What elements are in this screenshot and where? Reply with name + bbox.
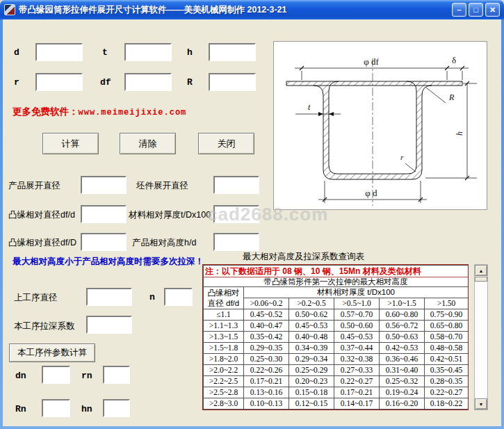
prev-process-diameter-input[interactable]	[86, 288, 132, 306]
current-draw-coefficient-input[interactable]	[86, 316, 132, 334]
table-row: >2.8~3.00.10~0.130.12~0.150.14~0.170.16~…	[204, 398, 469, 410]
dn-input[interactable]	[42, 366, 70, 384]
r-input[interactable]	[35, 73, 83, 91]
drawing-panel: φ df δ R t h r φ d	[273, 41, 487, 210]
flange-rel-dia-dfd-label: 凸缘相对直径df/d	[8, 209, 75, 221]
product-rel-height-input[interactable]	[213, 233, 259, 251]
minimize-button[interactable]: –	[452, 3, 466, 17]
window-title: 带凸缘园筒形拉伸件展开尺寸计算软件——美美机械网制作 2012-3-21	[19, 4, 450, 16]
maximize-icon: □	[473, 6, 478, 14]
rn-input[interactable]	[103, 366, 130, 384]
column-header: >1.0~1.5	[380, 298, 425, 309]
close-button[interactable]: ✕	[485, 3, 500, 17]
calculate-button[interactable]: 计算	[42, 133, 99, 154]
dim-label-R: R	[448, 92, 455, 102]
part-drawing: φ df δ R t h r φ d	[274, 42, 487, 209]
blank-unfold-diameter-label: 坯件展开直径	[136, 180, 188, 192]
table-row: ≤1.10.45~0.520.50~0.620.57~0.700.60~0.80…	[204, 309, 469, 321]
scroll-up-icon: ▲	[479, 268, 484, 273]
table-row: >1.1~1.30.40~0.470.45~0.530.50~0.600.56~…	[204, 321, 469, 332]
clear-button[interactable]: 清除	[120, 133, 176, 154]
hn-label: hn	[81, 404, 92, 414]
product-rel-height-label: 产品相对高度h/d	[132, 237, 196, 249]
promo-prefix: 更多免费软件：	[13, 106, 79, 117]
flange-rel-dia-dfD-input[interactable]	[81, 233, 127, 251]
multi-draw-warning: 最大相对高度小于产品相对高度时需要多次拉深！	[13, 256, 204, 268]
material-rel-thickness-label: 材料相对厚度t/Dx100	[129, 209, 211, 221]
scroll-down-button[interactable]: ▼	[475, 398, 487, 410]
flange-rel-dia-dfD-label: 凸缘相对直径df/D	[8, 237, 76, 249]
maximize-button[interactable]: □	[469, 3, 483, 17]
Rn-input[interactable]	[42, 399, 70, 417]
t-input[interactable]	[124, 43, 172, 61]
table-note-row: 注：以下数据适用于 08 钢、10 钢、15Mn 材料及类似材料	[204, 266, 469, 277]
h-input[interactable]	[209, 43, 256, 61]
flange-rel-dia-dfd-input[interactable]	[81, 205, 127, 223]
table-subtitle: 带凸缘筒形件第一次拉伸的最大相对高度	[204, 277, 469, 287]
scroll-up-button[interactable]: ▲	[475, 265, 487, 276]
hn-input[interactable]	[103, 399, 130, 417]
table-subtitle-row: 带凸缘筒形件第一次拉伸的最大相对高度	[204, 277, 469, 287]
table-scrollbar[interactable]: ▲ ▼	[474, 264, 488, 410]
table-row: >1.8~2.00.25~0.300.29~0.340.32~0.380.36~…	[204, 354, 469, 365]
corner-header: 凸缘相对直径 df/d	[204, 287, 244, 309]
R-input[interactable]	[209, 73, 256, 91]
scroll-down-icon: ▼	[479, 402, 484, 407]
dim-label-delta: δ	[452, 55, 456, 65]
table-row: >2.5~2.80.13~0.160.15~0.180.17~0.210.19~…	[204, 387, 469, 398]
app-icon	[4, 4, 15, 15]
df-label: df	[100, 77, 111, 88]
product-unfold-diameter-input[interactable]	[81, 176, 127, 194]
column-header: >0.06~0.2	[244, 298, 289, 309]
dim-label-phi-d: φ d	[365, 188, 377, 198]
column-header: >0.2~0.5	[289, 298, 334, 309]
client-area: d t h r df R 更多免费软件：www.meimeijixie.com …	[3, 19, 501, 426]
lookup-table: 注：以下数据适用于 08 钢、10 钢、15Mn 材料及类似材料 带凸缘筒形件第…	[202, 264, 469, 410]
table-row: >2.0~2.20.22~0.260.25~0.290.27~0.330.31~…	[204, 365, 469, 376]
minimize-icon: –	[457, 6, 461, 14]
close-icon: ✕	[489, 6, 496, 15]
process-calc-button[interactable]: 本工序件参数计算	[9, 343, 95, 362]
rn-label: rn	[81, 371, 92, 381]
table-row: >1.3~1.50.35~0.420.40~0.480.45~0.530.50~…	[204, 332, 469, 343]
scrollbar-thumb[interactable]	[475, 277, 487, 282]
r-label: r	[14, 77, 19, 88]
n-input[interactable]	[164, 288, 193, 306]
dim-label-h: h	[455, 131, 464, 136]
product-unfold-diameter-label: 产品展开直径	[8, 180, 60, 192]
table-row: >1.5~1.80.29~0.350.34~0.390.37~0.440.42~…	[204, 343, 469, 354]
table-row: >2.2~2.50.17~0.210.20~0.230.22~0.270.25~…	[204, 376, 469, 387]
current-draw-coefficient-label: 本工序拉深系数	[14, 321, 75, 332]
dim-label-t: t	[308, 102, 311, 112]
dn-label: dn	[15, 371, 26, 381]
n-label: n	[149, 292, 155, 302]
close-app-button[interactable]: 关闭	[198, 133, 254, 154]
h-label: h	[187, 47, 193, 58]
blank-unfold-diameter-input[interactable]	[213, 176, 259, 194]
column-header: >0.5~1.0	[334, 298, 380, 309]
prev-process-diameter-label: 上工序直径	[14, 292, 58, 304]
material-rel-thickness-input[interactable]	[213, 205, 259, 223]
title-bar: 带凸缘园筒形拉伸件展开尺寸计算软件——美美机械网制作 2012-3-21 – □…	[0, 0, 504, 19]
d-input[interactable]	[35, 43, 83, 61]
dim-label-r: r	[400, 153, 404, 161]
column-group-header: 材料相对厚度 t/Dx100	[244, 287, 469, 298]
promo-url[interactable]: www.meimeijixie.com	[79, 108, 187, 118]
promo-link[interactable]: 更多免费软件：www.meimeijixie.com	[13, 106, 186, 118]
dim-label-phi-df: φ df	[364, 56, 379, 67]
table-header-row: 凸缘相对直径 df/d 材料相对厚度 t/Dx100	[204, 287, 469, 298]
df-input[interactable]	[124, 73, 172, 91]
R-label: R	[187, 77, 193, 88]
d-label: d	[14, 47, 19, 58]
table-note: 注：以下数据适用于 08 钢、10 钢、15Mn 材料及类似材料	[204, 266, 469, 277]
column-header: >1.50	[425, 298, 469, 309]
t-label: t	[102, 47, 108, 58]
app-window: 带凸缘园筒形拉伸件展开尺寸计算软件——美美机械网制作 2012-3-21 – □…	[0, 0, 504, 429]
table-column-row: >0.06~0.2 >0.2~0.5 >0.5~1.0 >1.0~1.5 >1.…	[204, 298, 469, 309]
table-title: 最大相对高度及拉深系数查询表	[243, 251, 364, 263]
Rn-label: Rn	[15, 404, 26, 414]
